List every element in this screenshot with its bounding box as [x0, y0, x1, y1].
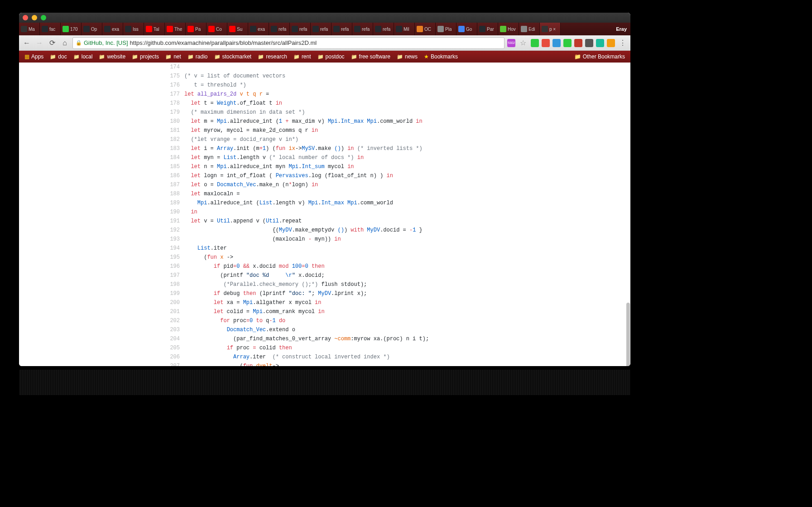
bookmark-item[interactable]: 📁net	[163, 53, 184, 61]
browser-tab[interactable]: exa	[248, 23, 269, 35]
line-number[interactable]: 200	[162, 298, 184, 307]
browser-tab[interactable]: Go	[456, 23, 477, 35]
line-content[interactable]: List.iter	[184, 244, 227, 253]
home-button[interactable]: ⌂	[60, 38, 70, 48]
other-bookmarks[interactable]: 📁 Other Bookmarks	[572, 53, 628, 61]
line-content[interactable]: (par_find_matches_0_vert_array ~comm:myr…	[184, 334, 429, 343]
line-number[interactable]: 175	[162, 72, 184, 81]
line-content[interactable]: let colid = Mpi.comm_rank mycol in	[184, 307, 325, 316]
line-content[interactable]: if debug then (lprintf "doc: "; MyDV.lpr…	[184, 289, 367, 298]
back-button[interactable]: ←	[22, 38, 32, 48]
profile-badge[interactable]: Eray	[612, 23, 630, 35]
line-content[interactable]: (fun dvelt->	[184, 362, 279, 366]
browser-tab[interactable]: The	[165, 23, 186, 35]
ext-icon-8[interactable]	[607, 39, 615, 47]
line-content[interactable]: Docmatch_Vec.extend o	[184, 325, 295, 334]
line-number[interactable]: 177	[162, 90, 184, 99]
line-content[interactable]: let i = Array.init (m+1) (fun ix->MySV.m…	[184, 144, 423, 153]
browser-tab[interactable]: exa	[102, 23, 123, 35]
line-number[interactable]: 191	[162, 217, 184, 226]
line-content[interactable]: (printf "doc %d \r" x.docid;	[184, 271, 325, 280]
line-number[interactable]: 174	[162, 63, 184, 72]
menu-icon[interactable]: ⋮	[618, 38, 628, 48]
bookmark-item[interactable]: 📁website	[96, 53, 128, 61]
line-number[interactable]: 178	[162, 99, 184, 108]
ext-icon-7[interactable]	[596, 39, 604, 47]
line-content[interactable]: if proc = colid then	[184, 343, 292, 352]
bookmark-item[interactable]: 📁projects	[129, 53, 162, 61]
line-number[interactable]: 207	[162, 362, 184, 366]
line-content[interactable]: {(MyDV.make_emptydv ()) with MyDV.docid …	[184, 226, 423, 235]
bookmark-star-icon[interactable]: ☆	[518, 38, 528, 48]
close-window-button[interactable]	[23, 15, 28, 20]
browser-tab[interactable]: Op	[82, 23, 102, 35]
line-content[interactable]: for proc=0 to q-1 do	[184, 316, 285, 325]
bookmark-item[interactable]: ★Bookmarks	[421, 53, 461, 61]
browser-tab[interactable]: refa	[290, 23, 311, 35]
forward-button[interactable]: →	[34, 38, 44, 48]
line-content[interactable]: (maxlocaln - myn)) in	[184, 235, 341, 244]
bookmark-item[interactable]: 📁stockmarket	[211, 53, 255, 61]
line-number[interactable]: 188	[162, 189, 184, 198]
line-number[interactable]: 201	[162, 307, 184, 316]
maximize-window-button[interactable]	[41, 15, 46, 20]
line-content[interactable]: let v = Util.append v (Util.repeat	[184, 217, 302, 226]
line-number[interactable]: 206	[162, 352, 184, 362]
browser-tab[interactable]: Su	[227, 23, 248, 35]
browser-tab[interactable]: Hov	[498, 23, 519, 35]
line-content[interactable]: (* v = list of document vectors	[184, 72, 285, 81]
line-content[interactable]: (*let vrange = docid_range v in*)	[184, 135, 298, 144]
ext-icon-6[interactable]	[585, 39, 593, 47]
browser-tab[interactable]: 170	[61, 23, 82, 35]
line-content[interactable]: (*Parallel.check_memory ();*) flush stdo…	[184, 280, 367, 289]
browser-tab[interactable]: refa	[352, 23, 373, 35]
ext-icon-5[interactable]	[574, 39, 582, 47]
minimize-window-button[interactable]	[32, 15, 37, 20]
line-number[interactable]: 182	[162, 135, 184, 144]
page-content[interactable]: 174175(* v = list of document vectors176…	[19, 63, 630, 366]
line-number[interactable]: 185	[162, 162, 184, 171]
browser-tab[interactable]: Mil	[394, 23, 415, 35]
address-bar[interactable]: 🔒 GitHub, Inc. [US] https://github.com/e…	[72, 37, 504, 49]
bookmark-item[interactable]: 📁radio	[185, 53, 211, 61]
browser-tab[interactable]: p ×	[540, 23, 561, 35]
line-content[interactable]: let t = Weight.of_float t in	[184, 99, 282, 108]
bookmark-item[interactable]: 📁news	[394, 53, 420, 61]
line-content[interactable]: let xa = Mpi.allgather x mycol in	[184, 298, 321, 307]
line-content[interactable]: let myn = List.length v (* local number …	[184, 153, 364, 162]
line-number[interactable]: 203	[162, 325, 184, 334]
browser-tab[interactable]: refa	[332, 23, 352, 35]
line-content[interactable]: Mpi.allreduce_int (List.length v) Mpi.In…	[184, 198, 393, 208]
line-content[interactable]: let n = Mpi.allreduce_int myn Mpi.Int_su…	[184, 162, 354, 171]
line-content[interactable]: let o = Docmatch_Vec.make_n (n*logn) in	[184, 180, 318, 189]
bookmark-item[interactable]: 📁local	[71, 53, 96, 61]
line-content[interactable]: let all_pairs_2d v t q r =	[184, 90, 269, 99]
line-content[interactable]: if pid=0 && x.docid mod 100=0 then	[184, 262, 325, 271]
bookmark-item[interactable]: ▦Apps	[22, 53, 46, 61]
browser-tab[interactable]: refa	[311, 23, 332, 35]
browser-tab[interactable]: refa	[373, 23, 394, 35]
ext-icon-2[interactable]	[542, 39, 550, 47]
line-content[interactable]: let logn = int_of_float ( Pervasives.log…	[184, 171, 393, 180]
line-content[interactable]: in	[184, 208, 197, 217]
line-number[interactable]: 196	[162, 262, 184, 271]
ext-icon-4[interactable]	[563, 39, 572, 47]
line-number[interactable]: 187	[162, 180, 184, 189]
browser-tab[interactable]: Edi	[519, 23, 540, 35]
ext-icon-1[interactable]	[531, 39, 539, 47]
line-number[interactable]: 199	[162, 289, 184, 298]
line-content[interactable]: let maxlocaln =	[184, 189, 240, 198]
line-content[interactable]: (* maximum dimension in data set *)	[184, 108, 305, 117]
browser-tab[interactable]: Co	[207, 23, 227, 35]
ext-icon-3[interactable]	[553, 39, 561, 47]
reload-button[interactable]: ⟳	[47, 38, 57, 48]
line-content[interactable]: t = threshold *)	[184, 81, 246, 90]
line-number[interactable]: 186	[162, 171, 184, 180]
line-number[interactable]: 202	[162, 316, 184, 325]
line-number[interactable]: 195	[162, 253, 184, 262]
line-number[interactable]: 197	[162, 271, 184, 280]
bookmark-item[interactable]: 📁research	[255, 53, 290, 61]
line-number[interactable]: 189	[162, 198, 184, 208]
bookmark-item[interactable]: 📁free software	[348, 53, 393, 61]
line-content[interactable]: (fun x ->	[184, 253, 233, 262]
